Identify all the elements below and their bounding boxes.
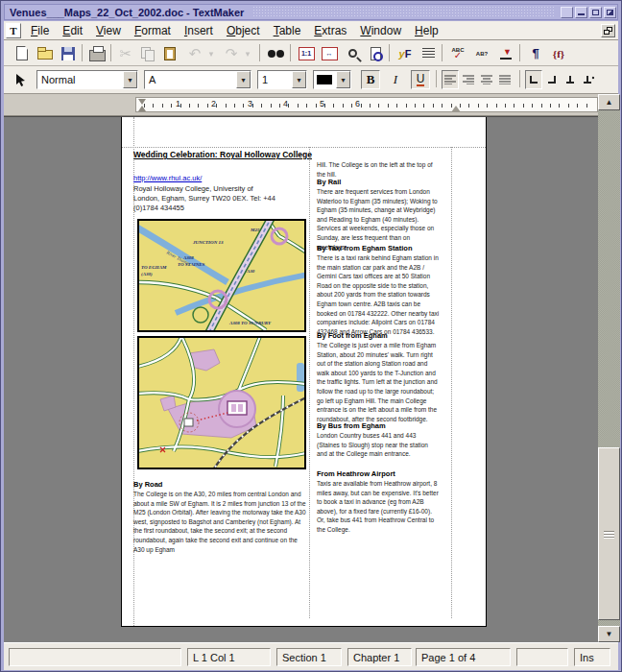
spell-lookup-button[interactable]: AB? [471,43,492,63]
hyphenation-button[interactable]: ▼ [495,43,516,63]
ruler-number: 6 [355,99,360,108]
map-label-a30: A30 [246,269,255,274]
status-insert-mode[interactable]: Ins [574,648,610,666]
color-swatch-black [317,75,332,84]
print-button[interactable] [86,43,108,63]
align-center-button[interactable] [478,70,495,89]
textmaker-window: Venues___Maps_22_Oct_2002.doc - TextMake… [0,0,622,672]
align-left-button[interactable] [442,70,459,89]
font-combobox[interactable]: A ▾ [144,70,251,89]
menu-help[interactable]: Help [408,22,445,39]
page-preview-icon [371,47,381,60]
document-system-button[interactable]: T [6,23,21,38]
paste-button[interactable] [159,43,180,63]
scroll-up-button[interactable]: ▲ [598,94,620,110]
page-preview-button[interactable] [365,43,386,63]
new-document-icon [16,46,28,60]
hyperlink-rhul[interactable]: http://www.rhul.ac.uk/ [133,174,202,182]
toolbar-separator [519,70,520,87]
align-right-button[interactable] [460,70,477,89]
find-button[interactable] [265,43,286,63]
by-bus-heading: By Bus from Egham [317,421,440,430]
college-address: Royal Holloway College, University of Lo… [133,184,279,213]
align-center-icon [481,75,492,84]
close-icon [607,10,613,15]
open-button[interactable] [35,43,56,63]
tab-right-button[interactable] [543,70,561,89]
new-button[interactable] [12,43,33,63]
field-braces-icon: {f} [553,48,564,60]
spell-lookup-icon: AB? [476,51,488,57]
show-fields-button[interactable]: {f} [548,43,569,63]
maximize-button[interactable] [589,7,602,18]
down-arrow-icon: ▼ [606,630,613,638]
minimize-icon [578,13,585,15]
italic-button[interactable]: I [386,70,405,89]
chevron-down-icon: ▾ [246,49,251,59]
vertical-scrollbar[interactable]: ▲ ▼ [598,94,620,642]
font-size-combobox[interactable]: 1 ▾ [257,70,307,89]
chevron-down-icon[interactable]: ▾ [292,71,306,88]
map-campus-image[interactable] [137,336,306,469]
menu-extras[interactable]: Extras [307,22,353,39]
bar-icon [500,58,512,60]
menu-insert[interactable]: Insert [178,22,220,39]
map-water [297,363,304,392]
menu-edit[interactable]: Edit [56,22,89,39]
menu-view[interactable]: View [89,22,128,39]
close-button[interactable] [604,7,616,18]
right-tab-icon [547,75,557,84]
style-combobox[interactable]: Normal ▾ [36,70,138,89]
decimal-tab-icon [583,75,594,84]
map-label-to-egham: TO EGHAM [141,265,167,270]
menu-file[interactable]: File [24,22,56,39]
fit-width-button[interactable]: ↔ [319,43,340,63]
first-line-indent-marker[interactable] [138,99,146,105]
scrollbar-thumb[interactable] [598,447,620,620]
document-page[interactable]: Wedding Celebration: Royal Holloway Coll… [121,117,487,627]
map-junction-image[interactable]: M25 JUNCTION 13 A30 A308 TO STAINES TO E… [137,219,306,332]
founders-building [227,401,247,415]
title-bar[interactable]: Venues___Maps_22_Oct_2002.doc - TextMake… [4,4,618,20]
menu-bar: T File Edit View Format Insert Object Ta… [4,21,618,40]
shade-button[interactable] [561,7,573,18]
ruler-number: 3 [248,99,252,108]
bold-button[interactable]: B [361,70,380,89]
bold-icon: B [367,72,375,87]
pointer-tool-button[interactable] [10,70,29,89]
by-road-section: By Road The College is on the A30, 20 mi… [133,480,308,554]
menu-window[interactable]: Window [353,22,408,39]
maximize-icon [592,10,599,15]
minimize-button[interactable] [575,7,587,18]
chevron-down-icon[interactable]: ▾ [123,71,137,88]
tab-decimal-button[interactable] [580,70,597,89]
paragraph-lines-icon [422,48,435,59]
left-indent-marker[interactable] [138,106,146,111]
restore-document-button[interactable] [601,24,615,37]
formatting-marks-button[interactable]: ¶ [525,43,546,63]
menu-object[interactable]: Object [220,22,267,39]
right-indent-marker[interactable] [451,106,461,112]
tab-left-button[interactable] [525,70,542,89]
align-left-icon [444,75,456,84]
character-format-button[interactable]: yF [395,43,416,63]
menu-format[interactable]: Format [128,22,178,39]
by-foot-text: The College is just over a mile from Egh… [317,341,440,423]
paragraph-format-button[interactable] [418,43,439,63]
tab-center-button[interactable] [562,70,579,89]
zoom-button[interactable] [342,43,363,63]
scroll-down-button[interactable]: ▼ [598,626,620,642]
pilcrow-icon: ¶ [532,46,538,60]
chevron-down-icon[interactable]: ▾ [236,71,251,88]
document-workspace: Wedding Celebration: Royal Holloway Coll… [4,116,598,642]
underline-button[interactable]: U [411,70,430,89]
menu-table[interactable]: Table [267,22,308,39]
font-color-dropdown[interactable]: ▾ [313,70,351,89]
save-button[interactable] [58,43,79,63]
zoom-100-button[interactable]: 1:1 [296,43,317,63]
spellcheck-button[interactable]: ABC ✓ [447,43,468,63]
open-folder-icon [37,50,53,60]
map-label-a308-sunbury: A308 TO SUNBURY [228,321,272,325]
align-justify-button[interactable] [496,70,514,89]
chevron-down-icon[interactable]: ▾ [336,71,350,88]
